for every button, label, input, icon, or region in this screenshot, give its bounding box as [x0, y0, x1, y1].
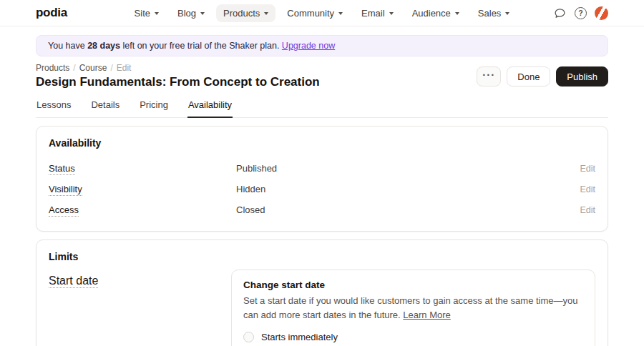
nav-item-label: Sales [478, 8, 502, 19]
page-header: Products / Course / Edit Design Fundamen… [36, 63, 608, 89]
availability-card: Availability Status Published Edit Visib… [36, 126, 608, 232]
nav-item-label: Email [361, 8, 385, 19]
tab-pricing[interactable]: Pricing [139, 95, 169, 117]
start-date-row: Start date Change start date Set a start… [49, 270, 595, 346]
limits-heading: Limits [49, 251, 595, 262]
chevron-down-icon [200, 12, 205, 15]
trial-banner-text: You have [48, 41, 87, 51]
nav-item-sales[interactable]: Sales [471, 4, 517, 22]
help-icon[interactable]: ? [575, 7, 587, 19]
nav-item-label: Blog [177, 8, 196, 19]
done-button[interactable]: Done [507, 66, 550, 86]
breadcrumb-separator: / [110, 63, 112, 73]
nav-item-email[interactable]: Email [354, 4, 401, 22]
tab-lessons[interactable]: Lessons [36, 95, 72, 117]
availability-rows: Status Published Edit Visibility Hidden … [49, 158, 595, 220]
access-edit-link[interactable]: Edit [580, 205, 595, 215]
nav-item-community[interactable]: Community [280, 4, 350, 22]
chevron-down-icon [155, 12, 159, 15]
start-date-label: Start date [49, 270, 231, 287]
table-row-status: Status Published Edit [49, 158, 595, 179]
chevron-down-icon [455, 12, 459, 15]
nav-item-label: Community [287, 8, 334, 19]
breadcrumb-edit: Edit [117, 63, 132, 73]
upgrade-now-link[interactable]: Upgrade now [282, 41, 335, 51]
start-date-options: Starts immediately Starts on future date [243, 332, 583, 346]
nav-item-blog[interactable]: Blog [170, 4, 212, 22]
radio-unselected-icon[interactable] [243, 332, 254, 342]
more-options-button[interactable]: ··· [477, 66, 501, 86]
chevron-down-icon [505, 12, 509, 15]
radio-label: Starts immediately [261, 332, 338, 342]
tab-details[interactable]: Details [90, 95, 120, 117]
visibility-value: Hidden [236, 184, 580, 194]
change-start-date-heading: Change start date [243, 280, 583, 290]
visibility-label: Visibility [49, 184, 236, 194]
table-row-access: Access Closed Edit [49, 199, 595, 220]
nav-utilities: ? [517, 6, 608, 20]
podia-logo[interactable]: podia [36, 6, 127, 20]
breadcrumb-products[interactable]: Products [36, 63, 69, 73]
nav-item-audience[interactable]: Audience [405, 4, 467, 22]
trial-banner: You have 28 days left on your free trial… [36, 35, 608, 56]
header-actions: ··· Done Publish [477, 66, 608, 86]
status-edit-link[interactable]: Edit [580, 164, 595, 174]
chevron-down-icon [264, 12, 268, 15]
account-avatar[interactable] [595, 6, 608, 20]
breadcrumb-course[interactable]: Course [79, 63, 107, 73]
nav-item-products[interactable]: Products [216, 4, 275, 22]
access-value: Closed [236, 204, 580, 215]
radio-starts-immediately[interactable]: Starts immediately [243, 332, 583, 342]
status-value: Published [236, 163, 580, 174]
learn-more-link[interactable]: Learn More [403, 310, 450, 320]
product-tabs: Lessons Details Pricing Availability [36, 95, 608, 118]
breadcrumb-separator: / [73, 63, 75, 73]
status-label: Status [49, 163, 236, 174]
nav-item-label: Products [223, 8, 260, 19]
trial-banner-text: left on your free trial of the Shaker pl… [120, 41, 282, 51]
publish-button[interactable]: Publish [556, 66, 608, 86]
nav-item-label: Site [135, 8, 150, 19]
nav-item-site[interactable]: Site [127, 4, 166, 22]
availability-heading: Availability [49, 137, 595, 149]
access-label: Access [49, 204, 236, 215]
trial-days-remaining: 28 days [87, 41, 120, 51]
chat-icon[interactable] [554, 6, 567, 19]
chevron-down-icon [389, 12, 394, 15]
nav-item-label: Audience [412, 8, 451, 19]
table-row-visibility: Visibility Hidden Edit [49, 179, 595, 199]
start-date-description: Set a start date if you would like custo… [243, 294, 583, 322]
chevron-down-icon [338, 12, 343, 15]
visibility-edit-link[interactable]: Edit [580, 184, 595, 194]
limits-card: Limits Start date Change start date Set … [36, 239, 608, 346]
change-start-date-panel: Change start date Set a start date if yo… [231, 270, 595, 346]
tab-availability[interactable]: Availability [187, 95, 233, 118]
top-nav: podia Site Blog Products Community Email… [0, 0, 644, 26]
primary-nav: Site Blog Products Community Email Audie… [127, 4, 517, 22]
